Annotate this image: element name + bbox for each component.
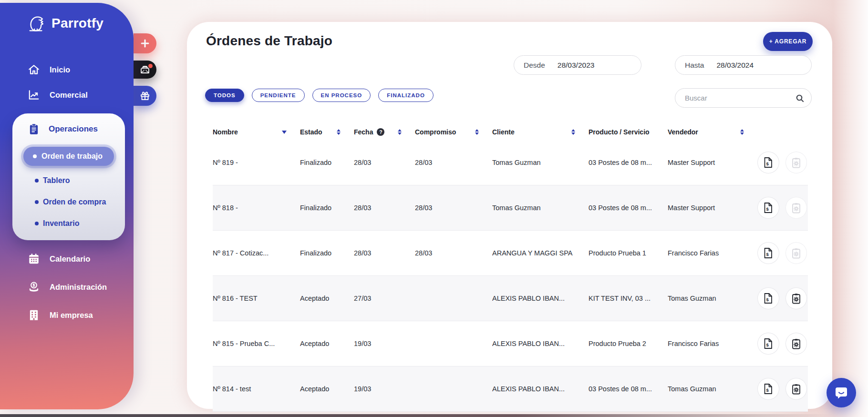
row-actions: $ <box>757 333 808 355</box>
file-dollar-icon: $ <box>763 383 773 395</box>
cell-nombre: Nº 815 - Prueba C... <box>213 340 300 347</box>
cell-vendedor: Tomas Guzman <box>668 295 757 302</box>
cell-compromiso: 28/03 <box>415 249 492 257</box>
cell-vendedor: Master Support <box>668 159 757 166</box>
sidebar-item-administracion[interactable]: Administración <box>28 280 107 294</box>
document-dollar-button[interactable]: $ <box>757 287 779 309</box>
document-dollar-button[interactable]: $ <box>757 197 779 219</box>
sidebar-item-label: Orden de compra <box>43 198 106 206</box>
search-icon[interactable] <box>795 93 805 103</box>
document-dollar-button[interactable]: $ <box>757 152 779 173</box>
column-label-wrap: Producto / Servicio <box>589 128 650 136</box>
bullet-icon <box>35 179 39 183</box>
column-header-fecha[interactable]: Fecha? <box>354 128 415 136</box>
sidebar-item-tablero[interactable]: Tablero <box>35 175 125 186</box>
building-icon <box>28 309 40 321</box>
table-row[interactable]: Nº 819 -Finalizado28/0328/03Tomas Guzman… <box>213 140 808 185</box>
notification-dot-icon <box>148 64 153 68</box>
cell-producto: Producto Prueba 2 <box>589 340 668 347</box>
filter-tab-finalizado[interactable]: FINALIZADO <box>378 89 434 102</box>
cell-vendedor: Master Support <box>668 204 757 212</box>
sidebar-item-calendario[interactable]: Calendario <box>28 252 107 265</box>
cell-cliente: ALEXIS PABLO IBAN... <box>492 340 589 347</box>
cell-estado: Finalizado <box>300 249 354 257</box>
clipboard-gear-button[interactable] <box>785 287 807 309</box>
help-icon[interactable]: ? <box>377 128 384 136</box>
cell-cliente: ARANGUA Y MAGGI SPA <box>492 249 589 257</box>
add-quick-button[interactable] <box>134 33 156 53</box>
column-header-producto-servicio[interactable]: Producto / Servicio <box>589 128 668 136</box>
document-dollar-button[interactable]: $ <box>757 333 779 355</box>
svg-text:$: $ <box>766 342 769 347</box>
sidebar-item-comercial[interactable]: Comercial <box>28 88 88 102</box>
table-row[interactable]: Nº 818 -Finalizado28/0328/03Tomas Guzman… <box>213 185 808 231</box>
chat-launcher-button[interactable] <box>827 378 856 407</box>
clipboard-gear-button[interactable] <box>785 333 807 355</box>
rewards-quick-button[interactable] <box>134 86 156 106</box>
sidebar-item-inventario[interactable]: Inventario <box>35 218 125 229</box>
home-icon <box>28 63 40 76</box>
sort-icon[interactable] <box>740 129 744 135</box>
table-row[interactable]: Nº 815 - Prueba C...Aceptado19/03ALEXIS … <box>213 321 808 366</box>
sidebar-item-orden-de-compra[interactable]: Orden de compra <box>35 197 125 207</box>
table-row[interactable]: Nº 817 - Cotizac...Finalizado28/0328/03A… <box>213 231 808 276</box>
search-input[interactable] <box>684 93 795 102</box>
filter-tab-pendiente[interactable]: PENDIENTE <box>252 89 305 102</box>
column-label: Estado <box>300 128 322 136</box>
cell-nombre: Nº 816 - TEST <box>213 295 300 302</box>
column-header-compromiso[interactable]: Compromiso <box>415 128 492 136</box>
sidebar-item-label: Calendario <box>50 254 90 264</box>
chart-icon <box>28 89 40 101</box>
clipboard-gear-button[interactable] <box>785 152 807 173</box>
date-from-field[interactable]: Desde 28/03/2023 <box>514 55 641 75</box>
column-header-estado[interactable]: Estado <box>300 128 354 136</box>
page-title: Órdenes de Trabajo <box>206 33 332 49</box>
clipboard-gear-icon <box>791 293 801 304</box>
clipboard-gear-button[interactable] <box>785 197 807 219</box>
column-header-nombre[interactable]: Nombre <box>213 128 300 136</box>
column-label: Vendedor <box>668 128 698 136</box>
column-header-cliente[interactable]: Cliente <box>492 128 589 136</box>
clipboard-gear-button[interactable] <box>785 378 807 400</box>
svg-text:$: $ <box>766 206 769 212</box>
sort-icon[interactable] <box>337 129 341 135</box>
file-dollar-icon: $ <box>763 157 773 168</box>
sidebar-item-mi-empresa[interactable]: Mi empresa <box>28 308 107 322</box>
filter-tab-todos[interactable]: TODOS <box>205 89 244 102</box>
cell-cliente: ALEXIS PABLO IBAN... <box>492 385 589 393</box>
cell-estado: Aceptado <box>300 295 354 302</box>
row-actions: $ <box>757 378 808 400</box>
column-label: Compromiso <box>415 128 456 136</box>
sort-icon[interactable] <box>398 129 402 135</box>
table-row[interactable]: Nº 814 - testAceptado19/03ALEXIS PABLO I… <box>213 366 808 412</box>
document-dollar-button[interactable]: $ <box>757 242 779 264</box>
operations-label: Operaciones <box>49 124 98 134</box>
sidebar-item-operaciones[interactable]: Operaciones <box>12 113 125 135</box>
date-to-label: Hasta <box>685 61 704 70</box>
sidebar-item-orden-de-trabajo[interactable]: Orden de trabajo <box>23 147 114 166</box>
cell-vendedor: Francisco Farias <box>668 249 757 257</box>
column-header-vendedor[interactable]: Vendedor <box>668 128 757 136</box>
brand-logo[interactable]: Parrotfy <box>26 12 103 34</box>
add-order-button[interactable]: + AGREGAR <box>763 32 813 51</box>
clipboard-gear-button[interactable] <box>785 242 807 264</box>
clipboard-list-icon <box>28 123 40 135</box>
inbox-quick-button[interactable] <box>134 61 156 79</box>
row-actions: $ <box>757 152 808 173</box>
filter-tab-en-proceso[interactable]: EN PROCESO <box>312 89 371 102</box>
sidebar-item-label: Comercial <box>50 91 88 100</box>
sidebar-item-inicio[interactable]: Inicio <box>28 63 88 76</box>
sort-icon[interactable] <box>475 129 479 135</box>
date-from-value: 28/03/2023 <box>558 61 595 70</box>
column-label: Cliente <box>492 128 515 136</box>
sort-icon[interactable] <box>571 129 575 135</box>
cell-producto: 03 Postes de 08 m... <box>589 159 668 166</box>
sort-desc-icon[interactable] <box>282 131 287 134</box>
document-dollar-button[interactable]: $ <box>757 378 779 400</box>
date-to-field[interactable]: Hasta 28/03/2024 <box>675 55 812 75</box>
table-header-row: NombreEstadoFecha?CompromisoClienteProdu… <box>213 124 808 140</box>
cell-producto: 03 Postes de 08 m... <box>589 204 668 212</box>
table-row[interactable]: Nº 816 - TESTAceptado27/03ALEXIS PABLO I… <box>213 276 808 321</box>
date-to-value: 28/03/2024 <box>717 61 754 70</box>
cell-cliente: Tomas Guzman <box>492 159 589 166</box>
